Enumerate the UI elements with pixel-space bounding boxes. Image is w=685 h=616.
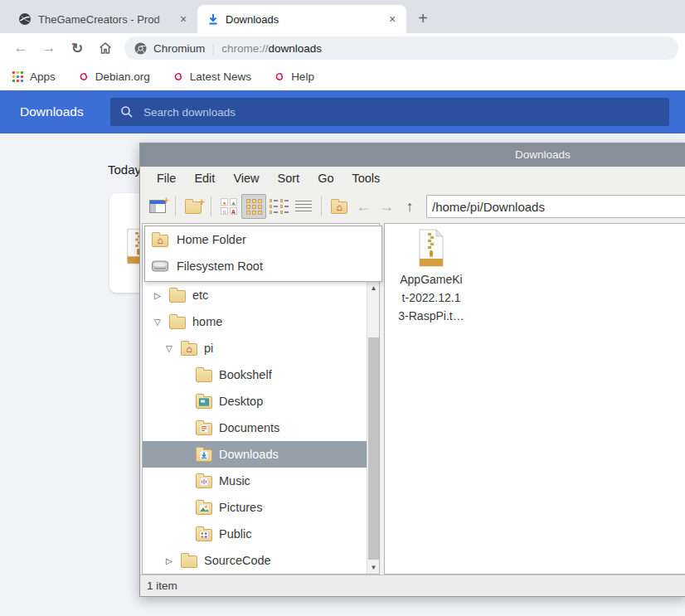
date-header: Today [108, 162, 141, 177]
detailed-view-button[interactable] [291, 194, 316, 219]
omnibox[interactable]: Chromium | chrome://downloads [124, 36, 678, 60]
desktop-folder-icon [196, 396, 212, 409]
window-titlebar[interactable]: Downloads [140, 143, 685, 167]
tree-item-music[interactable]: Music [143, 468, 379, 494]
scrollbar-thumb[interactable] [368, 337, 379, 560]
bookmark-label: Apps [30, 70, 56, 83]
nav-forward-button[interactable]: → [375, 198, 398, 216]
nav-back-button[interactable]: ← [352, 198, 375, 216]
tree-item-documents[interactable]: Documents [143, 415, 379, 441]
file-item-appgamekit[interactable]: AppGameKi t-2022.12.1 3-RaspPi.t… [391, 229, 471, 325]
documents-emblem [200, 424, 208, 433]
folder-icon [169, 290, 186, 303]
home-button[interactable] [95, 37, 116, 59]
desktop-emblem [199, 399, 209, 406]
bookmark-debian[interactable]: Debian.org [77, 70, 150, 83]
bookmark-help[interactable]: Help [273, 70, 314, 83]
dropdown-item-filesystem-root[interactable]: Filesystem Root [145, 253, 381, 279]
file-manager-window[interactable]: Downloads File Edit View Sort Go Tools +… [139, 143, 685, 597]
tree-item-etc[interactable]: ▷ etc [143, 282, 379, 308]
thumbnail-view-button[interactable]: ●▲ııA [216, 194, 241, 219]
expander-icon[interactable]: ▽ [154, 318, 169, 327]
scroll-up-icon[interactable]: ▲ [367, 282, 379, 294]
path-input[interactable] [426, 195, 685, 218]
home-folder-icon: ⌂ [181, 343, 197, 356]
tree-item-pictures[interactable]: Pictures [143, 494, 379, 521]
menu-tools[interactable]: Tools [343, 169, 388, 187]
tree-item-downloads-selected[interactable]: Downloads [143, 441, 379, 468]
bookmark-apps[interactable]: Apps [12, 70, 56, 83]
home-folder-icon: ⌂ [331, 201, 347, 214]
bookmark-label: Debian.org [95, 70, 150, 83]
reload-button[interactable]: ↻ [66, 37, 88, 59]
tab-strip: TheGameCreators - Prod × Downloads × + [0, 0, 685, 33]
dropdown-item-home-folder[interactable]: ⌂ Home Folder [145, 226, 381, 253]
globe-icon [18, 12, 32, 26]
new-folder-icon: + [185, 201, 202, 214]
tab-thegamecreators[interactable]: TheGameCreators - Prod × [8, 5, 197, 33]
new-window-button[interactable]: + [145, 194, 170, 219]
tree-item-desktop[interactable]: Desktop [143, 388, 379, 415]
expander-icon[interactable]: ▽ [166, 344, 181, 353]
documents-folder-icon [196, 423, 212, 435]
menu-sort[interactable]: Sort [270, 169, 308, 187]
tree-item-public[interactable]: Public [143, 521, 379, 547]
browser-toolbar: ← → ↻ Chromium | chrome://downloads [0, 33, 685, 63]
scroll-down-icon[interactable]: ▼ [367, 561, 379, 574]
tree-item-bookshelf[interactable]: Bookshelf [143, 361, 379, 388]
tab-close-icon[interactable]: × [176, 12, 191, 27]
bookmark-label: Latest News [190, 70, 251, 83]
tab-title: Downloads [226, 13, 385, 26]
tree-item-home[interactable]: ▽ home [143, 308, 379, 335]
icon-view-button[interactable] [241, 194, 266, 219]
music-emblem [200, 478, 208, 486]
bookmark-label: Help [291, 70, 314, 83]
tree-item-label: Music [219, 474, 250, 487]
tab-title-fade [156, 13, 176, 26]
toolbar-separator [175, 196, 176, 216]
downloads-folder-icon [196, 449, 212, 462]
folder-icon [196, 370, 212, 382]
fm-content: ▷ etc ▽ home ▽ ⌂ pi Bookshelf [140, 223, 685, 575]
pictures-emblem [199, 504, 209, 512]
new-window-icon: + [149, 200, 166, 213]
menu-go[interactable]: Go [309, 169, 342, 187]
nav-up-button[interactable]: ↑ [398, 198, 421, 216]
bookmark-latest-news[interactable]: Latest News [172, 70, 251, 83]
house-glyph: ⌂ [186, 343, 192, 355]
tree-item-pi[interactable]: ▽ ⌂ pi [143, 335, 379, 361]
dropdown-item-label: Filesystem Root [177, 259, 263, 273]
tree-item-sourcecode[interactable]: ▷ SourceCode [143, 547, 379, 574]
new-folder-button[interactable]: + [181, 194, 206, 219]
forward-button[interactable]: → [38, 37, 60, 59]
file-pane[interactable]: AppGameKi t-2022.12.1 3-RaspPi.t… [384, 223, 685, 575]
back-button[interactable]: ← [10, 37, 32, 59]
tree-item-label: Downloads [219, 448, 279, 461]
detailed-view-icon [295, 201, 312, 212]
search-downloads-field[interactable]: Search downloads [110, 98, 669, 126]
expander-icon[interactable]: ▷ [166, 556, 181, 565]
search-placeholder: Search downloads [143, 106, 236, 119]
menu-view[interactable]: View [225, 169, 267, 187]
compact-view-icon [270, 199, 289, 214]
tree-scrollbar[interactable]: ▲ ▼ [367, 282, 379, 574]
go-home-button[interactable]: ⌂ [327, 194, 352, 219]
hard-disk-icon [152, 260, 168, 272]
compact-view-button[interactable] [266, 194, 291, 219]
menu-edit[interactable]: Edit [186, 169, 223, 187]
tree-item-label: Pictures [219, 501, 262, 514]
tab-close-icon[interactable]: × [385, 12, 400, 27]
public-emblem [200, 531, 209, 539]
folder-icon [169, 317, 186, 329]
house-glyph: ⌂ [157, 235, 163, 246]
menu-file[interactable]: File [148, 169, 184, 187]
tree-item-label: etc [192, 289, 208, 302]
download-icon [207, 13, 219, 26]
tab-downloads[interactable]: Downloads × [197, 5, 406, 33]
tree-item-label: SourceCode [204, 554, 271, 567]
window-title: Downloads [515, 148, 571, 161]
downloads-emblem [200, 451, 208, 459]
expander-icon[interactable]: ▷ [154, 291, 169, 300]
new-tab-button[interactable]: + [411, 7, 435, 30]
toolbar-separator [321, 196, 322, 216]
